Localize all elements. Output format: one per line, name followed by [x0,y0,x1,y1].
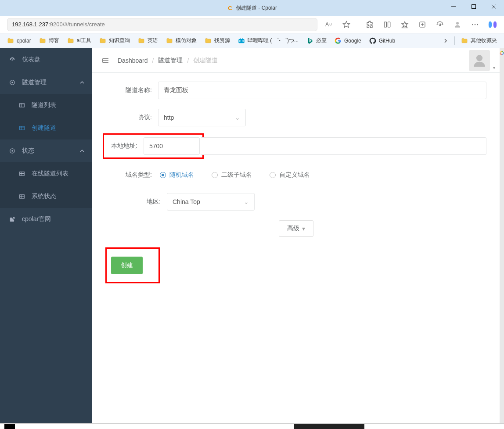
copilot-icon[interactable] [485,18,500,32]
google-icon [335,37,342,44]
url-path: :9200/#/tunnels/create [48,21,105,28]
favorite-star-icon[interactable] [338,18,354,32]
profile-icon[interactable] [450,18,465,32]
folder-icon [461,37,468,44]
bookmark-ai[interactable]: ai工具 [64,35,95,46]
bookmark-knowledge[interactable]: 知识查询 [96,35,133,46]
create-tunnel-form: 隧道名称: 协议: http ⌄ 本地地址: 域名类型: [92,73,500,292]
bookmarks-overflow-chevron[interactable] [439,38,452,43]
bookmark-bing[interactable]: 必应 [303,35,330,46]
sidebar-toggle-icon[interactable] [102,57,110,64]
bookmark-resources[interactable]: 找资源 [201,35,234,46]
region-select-value: China Top [173,198,200,205]
github-icon [369,37,376,44]
protocol-select-value: http [164,114,174,121]
window-minimize-button[interactable] [443,0,464,13]
tunnel-name-label: 隧道名称: [105,86,158,94]
sidebar-item-label: 隧道管理 [22,79,47,86]
bookmark-bilibili[interactable]: 哔哩哔哩 ( ゜- ゜)つ... [234,35,302,46]
split-screen-icon[interactable] [379,18,395,32]
bookmark-english[interactable]: 英语 [134,35,162,46]
google-icon [500,51,504,55]
protocol-label: 协议: [105,114,158,122]
create-button[interactable]: 创建 [111,257,143,274]
window-close-button[interactable] [484,0,504,13]
right-edge-strip [500,48,504,423]
app-topbar: Dashboard / 隧道管理 / 创建隧道 ▾ [92,48,500,73]
domain-type-subdomain[interactable]: 二级子域名 [212,171,252,179]
folder-icon [205,37,212,44]
user-avatar[interactable]: ▾ [469,50,490,71]
folder-icon [39,37,46,44]
advanced-toggle-button[interactable]: 高级 ▾ [279,220,313,237]
svg-marker-7 [402,21,408,27]
local-address-input[interactable] [144,137,200,155]
sidebar-item-tunnel-list[interactable]: 隧道列表 [0,94,92,117]
chevron-down-icon: ⌄ [235,114,240,121]
svg-point-15 [472,24,473,25]
table-icon [18,102,25,108]
sidebar-item-status[interactable]: 状态 [0,139,92,162]
radio-dot-icon [270,172,276,178]
breadcrumb-current: 创建隧道 [193,57,218,64]
address-bar[interactable]: 192.168.1.237:9200/#/tunnels/create [7,18,317,31]
caret-down-icon: ▾ [493,65,495,70]
favorites-icon[interactable] [397,18,413,32]
sidebar-item-create-tunnel[interactable]: 创建隧道 [0,117,92,139]
svg-point-17 [477,24,478,25]
app-body: 仪表盘 隧道管理 隧道列表 创建隧道 状态 在线隧道列表 系统状态 [0,48,500,423]
domain-type-custom[interactable]: 自定义域名 [270,171,310,179]
bilibili-icon [238,37,245,44]
bookmark-imitate[interactable]: 模仿对象 [162,35,200,46]
sidebar-item-label: 系统状态 [32,193,56,200]
window-maximize-button[interactable] [464,0,484,13]
radio-dot-icon [212,172,218,178]
sidebar-item-dashboard[interactable]: 仪表盘 [0,48,92,71]
extensions-icon[interactable] [362,18,378,32]
sidebar-item-cpolar-site[interactable]: cpolar官网 [0,208,92,231]
protocol-select[interactable]: http ⌄ [158,109,246,126]
tunnel-name-input[interactable] [158,82,486,99]
local-address-label: 本地地址: [107,142,144,150]
favicon-icon: C [227,5,233,11]
bookmark-other-folder[interactable]: 其他收藏夹 [457,35,500,46]
gauge-icon [9,57,16,63]
bookmark-github[interactable]: GitHub [366,36,399,46]
bookmarks-bar: cpolar 博客 ai工具 知识查询 英语 模仿对象 找资源 哔哩哔哩 ( ゜… [0,33,504,48]
toolbar-divider [358,20,358,29]
collections-icon[interactable] [414,18,430,32]
read-aloud-button[interactable]: Aり [321,18,337,32]
sidebar-item-tunnels[interactable]: 隧道管理 [0,71,92,94]
sidebar-item-online-tunnels[interactable]: 在线隧道列表 [0,162,92,185]
sidebar-item-label: 在线隧道列表 [32,170,68,178]
domain-type-random[interactable]: 随机域名 [160,171,194,179]
local-address-input-extension[interactable] [201,137,486,155]
sidebar: 仪表盘 隧道管理 隧道列表 创建隧道 状态 在线隧道列表 系统状态 [0,48,92,423]
region-select[interactable]: China Top ⌄ [167,193,255,211]
bookmark-cpolar[interactable]: cpolar [4,36,35,46]
sidebar-item-label: 创建隧道 [32,124,56,132]
svg-rect-5 [384,22,386,27]
svg-point-14 [456,22,459,25]
breadcrumb: Dashboard / 隧道管理 / 创建隧道 [118,57,218,64]
folder-icon [99,37,106,44]
table-icon [18,193,25,200]
region-label: 地区: [105,198,167,206]
external-link-icon [9,216,16,222]
bookmark-blog[interactable]: 博客 [36,35,63,46]
bookmark-google[interactable]: Google [331,36,365,46]
svg-rect-20 [243,40,244,42]
sidebar-item-system-status[interactable]: 系统状态 [0,185,92,208]
svg-point-32 [11,150,13,152]
performance-icon[interactable] [432,18,448,32]
svg-rect-1 [472,5,476,9]
breadcrumb-tunnels[interactable]: 隧道管理 [158,57,183,64]
breadcrumb-dashboard[interactable]: Dashboard [118,57,148,64]
target-icon [9,148,16,154]
chevron-up-icon [80,149,84,153]
more-icon[interactable] [467,18,483,32]
sidebar-item-label: 状态 [22,147,34,155]
folder-icon [7,37,14,44]
os-taskbar-peek [0,423,504,429]
window-title: C 创建隧道 - Cpolar [0,4,504,12]
